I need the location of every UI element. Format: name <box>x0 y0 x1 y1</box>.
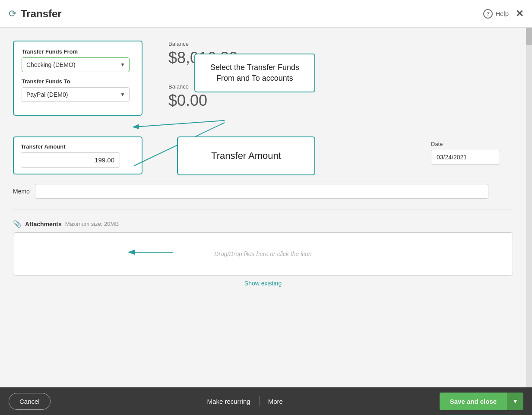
date-input[interactable] <box>431 150 500 165</box>
help-label: Help <box>495 10 509 17</box>
from-account-select[interactable]: Checking (DEMO) Savings (DEMO) Cash (DEM… <box>22 57 130 72</box>
footer-center: Make recurring More <box>51 393 440 409</box>
show-existing-link[interactable]: Show existing <box>13 280 513 287</box>
to-account-select[interactable]: PayPal (DEM0) Savings (DEMO) Checking (D… <box>22 87 130 102</box>
tooltip-accounts: Select the Transfer Funds From and To ac… <box>194 54 315 92</box>
to-account-wrapper: PayPal (DEM0) Savings (DEMO) Checking (D… <box>22 87 130 102</box>
section-divider <box>13 209 513 209</box>
help-circle-icon: ? <box>483 9 493 19</box>
make-recurring-button[interactable]: Make recurring <box>199 393 259 409</box>
form-container: Select the Transfer Funds From and To ac… <box>13 41 513 199</box>
paperclip-icon: 📎 <box>13 220 22 228</box>
memo-input[interactable] <box>35 184 488 199</box>
from-account-wrapper: Checking (DEMO) Savings (DEMO) Cash (DEM… <box>22 57 130 72</box>
scrollbar-thumb[interactable] <box>526 28 532 45</box>
to-balance-value: $0.00 <box>168 92 238 110</box>
close-button[interactable]: ✕ <box>516 8 523 19</box>
header-right: ? Help ✕ <box>483 8 523 19</box>
to-label: Transfer Funds To <box>22 78 134 85</box>
attachments-size: Maximum size: 20MB <box>65 221 119 227</box>
save-close-chevron-icon: ▼ <box>512 398 518 405</box>
save-close-button[interactable]: Save and close <box>440 393 507 410</box>
date-section: Date <box>431 141 500 165</box>
attachments-label: Attachments <box>25 221 62 228</box>
save-close-dropdown-button[interactable]: ▼ <box>507 393 523 410</box>
accounts-box: Transfer Funds From Checking (DEMO) Savi… <box>13 41 142 116</box>
transfer-amount-box: Transfer Amount <box>13 136 142 174</box>
cancel-button[interactable]: Cancel <box>9 393 51 410</box>
help-button[interactable]: ? Help <box>483 9 509 19</box>
memo-label: Memo <box>13 188 30 195</box>
amount-input[interactable] <box>21 152 120 168</box>
header-title-area: ⟳ Transfer <box>9 8 483 20</box>
save-close-wrapper: Save and close ▼ <box>440 393 523 410</box>
transfer-icon: ⟳ <box>9 8 16 19</box>
date-label: Date <box>431 141 500 147</box>
header: ⟳ Transfer ? Help ✕ <box>0 0 532 28</box>
attachments-section: 📎 Attachments Maximum size: 20MB Drag/Dr… <box>13 220 513 287</box>
drop-zone[interactable]: Drag/Drop files here or click the icon <box>13 232 513 276</box>
footer: Cancel Make recurring More Save and clos… <box>0 387 532 415</box>
attachments-header: 📎 Attachments Maximum size: 20MB <box>13 220 513 228</box>
tooltip-amount: Transfer Amount <box>177 136 315 175</box>
page-title: Transfer <box>21 8 62 20</box>
memo-row: Memo <box>13 184 513 199</box>
amount-label: Transfer Amount <box>21 143 135 150</box>
scrollbar-track[interactable] <box>526 28 532 387</box>
drop-zone-text: Drag/Drop files here or click the icon <box>214 250 312 257</box>
from-label: Transfer Funds From <box>22 48 134 55</box>
main-content: Select the Transfer Funds From and To ac… <box>0 28 526 387</box>
from-balance-label: Balance <box>168 41 238 47</box>
more-button[interactable]: More <box>260 393 291 409</box>
